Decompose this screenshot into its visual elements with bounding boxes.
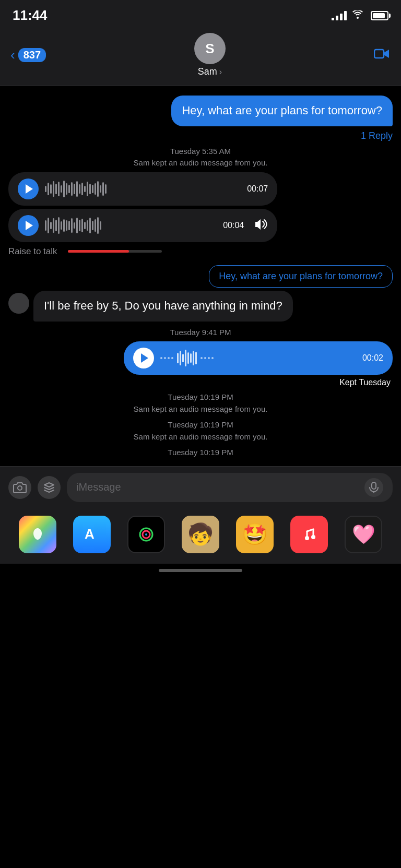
nav-bar: ‹ 837 S Sam › [0,28,401,86]
play-icon [26,184,33,194]
dock-memoji2-icon[interactable]: 🤩 [236,516,274,553]
sent-text: Hey, what are your plans for tomorrow? [182,104,382,117]
contact-info[interactable]: S Sam › [194,33,226,77]
svg-rect-2 [372,482,376,489]
system-timestamp-5: Tuesday 10:19 PM [8,447,393,459]
svg-point-1 [18,486,22,490]
waveform-sent [160,350,356,366]
kept-prefix: Kept [339,378,359,387]
apps-button[interactable] [38,476,61,499]
back-button[interactable]: ‹ 837 [10,47,46,63]
system-text: Sam kept an audio message from you. [8,157,393,169]
svg-point-9 [311,535,315,539]
audio-message-received[interactable]: 00:07 [8,172,393,206]
video-call-button[interactable] [374,47,391,64]
thread-quote-text: Hey, what are your plans for tomorrow? [219,271,383,281]
avatar: S [194,33,226,64]
unread-badge: 837 [18,48,46,62]
voice-input-button[interactable] [364,478,383,497]
speaker-icon [253,218,268,233]
dock-appstore-icon[interactable]: A [73,516,111,553]
system-timestamp: Tuesday 5:35 AM [8,146,393,158]
system-message-2: Tuesday 9:41 PM [8,327,393,339]
messages-area: Hey, what are your plans for tomorrow? 1… [0,86,401,466]
dock-photos-icon[interactable] [19,516,56,553]
signal-icon [332,11,347,20]
play-icon-sent [141,353,148,363]
play-button[interactable] [18,179,39,199]
system-timestamp-2: Tuesday 9:41 PM [8,327,393,339]
raise-to-talk: Raise to talk [8,246,393,257]
svg-point-7 [145,533,147,536]
received-text: I'll be free by 5, Do you have anything … [44,299,282,312]
received-bubble: I'll be free by 5, Do you have anything … [33,291,293,322]
status-time: 11:44 [13,7,48,23]
input-placeholder: iMessage [76,481,121,493]
system-message-5: Tuesday 10:19 PM [8,447,393,459]
progress-fill [68,250,129,253]
thread-quote-row: Hey, what are your plans for tomorrow? [8,265,393,288]
status-bar: 11:44 [0,0,401,28]
dock-fitness-icon[interactable] [127,516,165,553]
play-button-sent[interactable] [133,348,154,368]
chevron-left-icon: ‹ [10,47,15,63]
system-message-4: Tuesday 10:19 PM Sam kept an audio messa… [8,419,393,443]
kept-label: Kept Tuesday [8,378,393,387]
battery-icon [371,11,388,20]
app-dock: A 🧒 🤩 🩷 [0,508,401,564]
home-bar [159,569,242,572]
progress-bar [68,250,162,253]
home-indicator [0,564,401,580]
system-message: Tuesday 5:35 AM Sam kept an audio messag… [8,146,393,169]
sent-audio-duration: 00:02 [362,353,383,363]
dock-music-icon[interactable] [290,516,328,553]
contact-name: Sam › [198,66,222,77]
audio-message-received-2[interactable]: 00:04 [8,209,393,242]
raise-label: Raise to talk [8,246,57,257]
play-icon-2 [26,221,33,230]
wifi-icon [352,9,363,21]
svg-rect-0 [374,50,384,58]
status-icons [332,9,388,21]
waveform [45,180,241,198]
audio-duration: 00:07 [247,184,268,194]
camera-button[interactable] [8,476,31,499]
svg-text:A: A [85,526,95,542]
sent-bubble: Hey, what are your plans for tomorrow? [171,96,393,126]
thread-quote-bubble: Hey, what are your plans for tomorrow? [209,265,393,288]
chevron-right-icon: › [219,67,222,77]
system-message-3: Tuesday 10:19 PM Sam kept an audio messa… [8,391,393,415]
system-text-4: Sam kept an audio message from you. [8,431,393,443]
kept-day: Tuesday [359,378,391,387]
waveform-2 [45,216,217,235]
reply-with-avatar: I'll be free by 5, Do you have anything … [8,291,393,322]
play-button-2[interactable] [18,215,39,236]
contact-avatar-small [8,293,29,314]
sent-message: Hey, what are your plans for tomorrow? [8,96,393,126]
system-text-3: Sam kept an audio message from you. [8,403,393,415]
sent-audio-message[interactable]: 00:02 [8,341,393,375]
input-bar: iMessage [0,466,401,508]
dock-memoji1-icon[interactable]: 🧒 [182,516,219,553]
dock-heart-icon[interactable]: 🩷 [345,516,382,553]
reply-link-row[interactable]: 1 Reply [8,130,393,141]
system-timestamp-3: Tuesday 10:19 PM [8,391,393,403]
message-input-field[interactable]: iMessage [67,473,393,502]
audio-duration-2: 00:04 [223,221,244,230]
reply-count[interactable]: 1 Reply [361,130,393,141]
system-timestamp-4: Tuesday 10:19 PM [8,419,393,431]
thread-section: Hey, what are your plans for tomorrow? I… [8,265,393,322]
svg-point-8 [305,536,309,540]
